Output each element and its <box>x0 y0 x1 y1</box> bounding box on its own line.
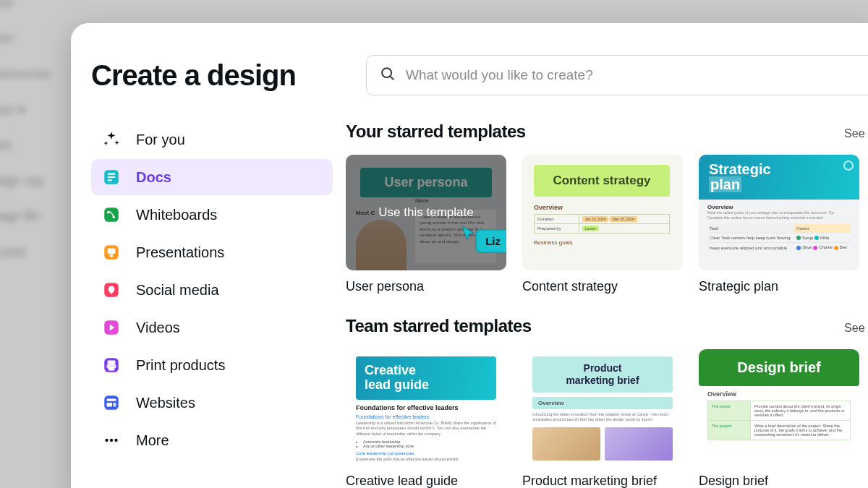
sidebar-item-presentations[interactable]: Presentations <box>91 234 333 270</box>
sidebar-item-label: Docs <box>136 169 171 186</box>
sparkle-icon <box>101 129 122 150</box>
search-bar[interactable] <box>366 55 868 95</box>
see-all-link[interactable]: See all <box>844 322 868 335</box>
svg-point-23 <box>110 439 113 442</box>
card-label: Design brief <box>699 474 859 488</box>
sidebar-item-label: Social media <box>136 282 219 299</box>
card-label: Product marketing brief <box>522 474 683 488</box>
sidebar-item-label: For you <box>136 132 185 148</box>
sidebar-item-label: Whiteboards <box>136 207 217 223</box>
sidebar-item-websites[interactable]: Websites <box>91 385 333 421</box>
svg-rect-11 <box>110 254 113 257</box>
thumbnail: Design brief Overview The brandProvide c… <box>699 349 859 465</box>
collaborator-cursor: Liz <box>459 224 506 257</box>
template-card-content-strategy[interactable]: Content strategy Overview DurationJan 10… <box>522 155 683 294</box>
section-title: Your starred templates <box>346 121 526 142</box>
sidebar-item-label: Websites <box>136 395 195 411</box>
svg-rect-21 <box>113 403 116 406</box>
svg-rect-3 <box>108 174 116 175</box>
social-media-icon <box>101 280 122 300</box>
template-card-design-brief[interactable]: Design brief Overview The brandProvide c… <box>699 349 859 488</box>
thumbnail: Strategicplan Overview Write the salient… <box>699 155 859 270</box>
svg-line-1 <box>391 77 394 80</box>
svg-rect-10 <box>108 249 116 254</box>
card-label: Content strategy <box>522 279 683 294</box>
card-label: Creative lead guide <box>346 474 506 488</box>
page-title: Create a design <box>91 59 346 92</box>
svg-rect-17 <box>109 367 115 370</box>
svg-rect-6 <box>104 207 119 222</box>
sidebar-item-label: More <box>136 432 169 449</box>
section-starred: Your starred templates See all User pers… <box>346 121 868 294</box>
sidebar-item-videos[interactable]: Videos <box>91 309 333 346</box>
sidebar-item-print-products[interactable]: Print products <box>91 347 333 383</box>
template-card-strategic-plan[interactable]: Strategicplan Overview Write the salient… <box>699 155 859 294</box>
videos-icon <box>101 317 122 338</box>
template-card-user-persona[interactable]: User persona Meet C Name Claire, a creat… <box>346 155 506 294</box>
svg-rect-5 <box>108 179 113 181</box>
more-icon <box>101 430 122 450</box>
section-title: Team starred templates <box>346 316 532 336</box>
search-icon <box>380 66 396 85</box>
sidebar-item-whiteboards[interactable]: Whiteboards <box>91 197 333 233</box>
template-card-creative-lead-guide[interactable]: Creativelead guide Foundations for effec… <box>346 349 506 488</box>
sidebar-item-label: Print products <box>136 357 225 374</box>
card-label: User persona <box>346 279 506 294</box>
whiteboard-icon <box>101 205 122 225</box>
see-all-link[interactable]: See all <box>844 127 868 140</box>
search-input[interactable] <box>406 67 867 83</box>
svg-rect-20 <box>107 403 113 406</box>
docs-icon <box>101 167 122 187</box>
sidebar-item-label: Videos <box>136 320 180 336</box>
content-area: Your starred templates See all User pers… <box>346 121 868 488</box>
card-label: Strategic plan <box>699 279 859 294</box>
sidebar-item-docs[interactable]: Docs <box>91 159 333 195</box>
svg-point-22 <box>105 439 108 442</box>
sidebar-item-more[interactable]: More <box>91 422 333 458</box>
create-design-panel: Create a design For you Docs <box>71 23 868 488</box>
svg-point-24 <box>114 439 117 442</box>
sidebar-item-social-media[interactable]: Social media <box>91 272 333 308</box>
svg-rect-4 <box>108 176 116 178</box>
svg-point-0 <box>382 68 391 77</box>
template-card-product-marketing-brief[interactable]: Productmarketing brief Overview Introduc… <box>522 349 683 488</box>
thumbnail: Productmarketing brief Overview Introduc… <box>522 349 683 465</box>
svg-rect-19 <box>107 399 116 401</box>
sidebar: For you Docs Whiteboards Presentations <box>91 121 346 488</box>
presentations-icon <box>101 242 122 262</box>
print-icon <box>101 355 122 375</box>
thumbnail: Creativelead guide Foundations for effec… <box>346 349 506 465</box>
thumbnail: Content strategy Overview DurationJan 10… <box>522 155 683 270</box>
sidebar-item-for-you[interactable]: For you <box>91 121 333 158</box>
section-team-starred: Team starred templates See all Creativel… <box>346 316 868 488</box>
sidebar-item-label: Presentations <box>136 244 224 261</box>
websites-icon <box>101 393 122 413</box>
svg-rect-15 <box>108 361 116 364</box>
